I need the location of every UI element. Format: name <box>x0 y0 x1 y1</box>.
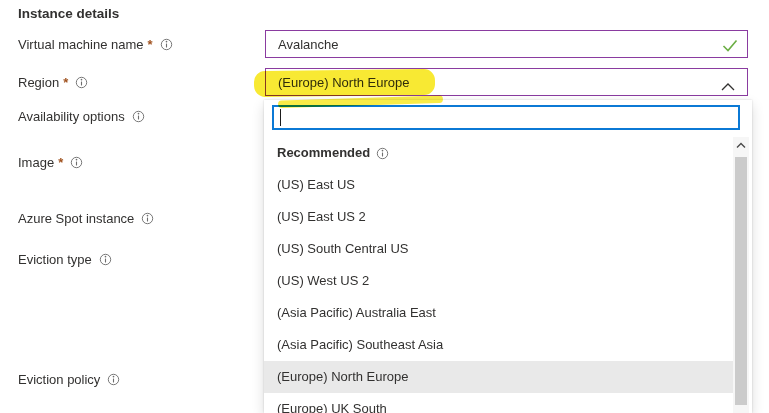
region-option[interactable]: (US) East US <box>264 169 733 201</box>
field-label-virtual-machine-name: Virtual machine name * <box>18 36 173 52</box>
info-icon[interactable] <box>99 253 112 266</box>
dropdown-scrollbar[interactable] <box>733 137 749 413</box>
field-label-text: Image <box>18 155 54 170</box>
region-option[interactable]: (Europe) UK South <box>264 393 733 413</box>
region-option[interactable]: (Asia Pacific) Australia East <box>264 297 733 329</box>
field-label-eviction-type: Eviction type <box>18 251 112 267</box>
field-label-azure-spot-instance: Azure Spot instance <box>18 210 154 226</box>
region-option[interactable]: (US) South Central US <box>264 233 733 265</box>
field-label-text: Azure Spot instance <box>18 211 134 226</box>
scrollbar-up-arrow[interactable] <box>733 137 749 154</box>
field-label-text: Eviction policy <box>18 372 100 387</box>
required-marker: * <box>148 37 153 52</box>
vm-name-value: Avalanche <box>278 37 338 52</box>
field-label-text: Region <box>18 75 59 90</box>
region-option[interactable]: (US) East US 2 <box>264 201 733 233</box>
group-header-recommended: Recommended <box>264 137 733 169</box>
region-option[interactable]: (Europe) North Europe <box>264 361 733 393</box>
instance-details-form: Instance details Virtual machine name * … <box>0 0 769 413</box>
vm-name-input[interactable]: Avalanche <box>265 30 748 58</box>
info-icon[interactable] <box>376 147 389 160</box>
region-option[interactable]: (Asia Pacific) Southeast Asia <box>264 329 733 361</box>
info-icon[interactable] <box>160 38 173 51</box>
field-label-eviction-policy: Eviction policy <box>18 371 120 387</box>
required-marker: * <box>58 155 63 170</box>
field-label-text: Availability options <box>18 109 125 124</box>
chevron-up-icon <box>721 79 735 94</box>
field-label-availability-options: Availability options <box>18 108 145 124</box>
required-marker: * <box>63 75 68 90</box>
text-cursor <box>280 109 281 126</box>
region-dropdown-panel: Recommended (US) East US (US) East US 2 … <box>264 100 752 413</box>
field-label-text: Eviction type <box>18 252 92 267</box>
info-icon[interactable] <box>141 212 154 225</box>
field-label-image: Image * <box>18 154 83 170</box>
field-label-text: Virtual machine name <box>18 37 144 52</box>
field-label-region: Region * <box>18 74 88 90</box>
valid-checkmark-icon <box>722 39 738 55</box>
section-title: Instance details <box>18 6 119 21</box>
region-filter-input[interactable] <box>272 105 740 130</box>
info-icon[interactable] <box>107 373 120 386</box>
info-icon[interactable] <box>75 76 88 89</box>
region-selected-value: (Europe) North Europe <box>278 75 410 90</box>
region-select[interactable]: (Europe) North Europe <box>265 68 748 96</box>
region-option-list: Recommended (US) East US (US) East US 2 … <box>264 137 733 413</box>
info-icon[interactable] <box>132 110 145 123</box>
info-icon[interactable] <box>70 156 83 169</box>
region-option[interactable]: (US) West US 2 <box>264 265 733 297</box>
scrollbar-thumb[interactable] <box>735 157 747 405</box>
